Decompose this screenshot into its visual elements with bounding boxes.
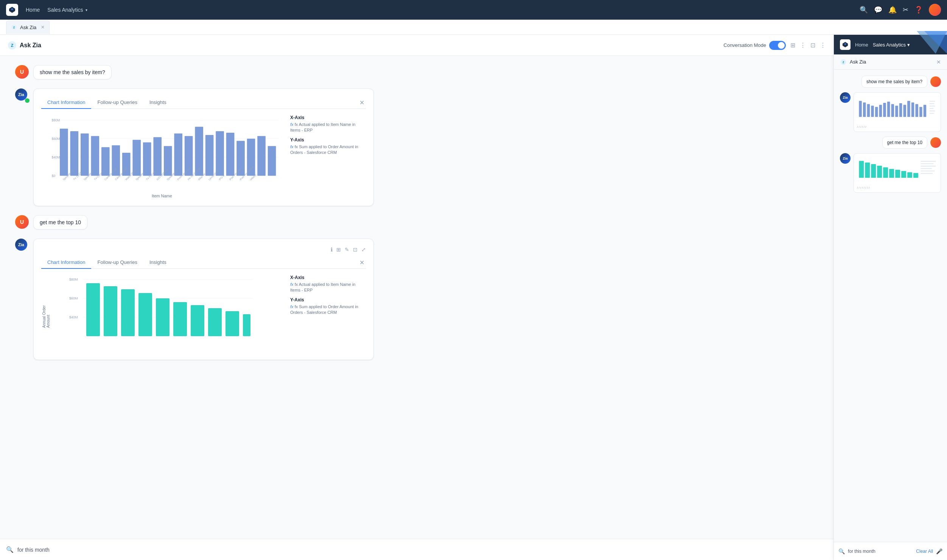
right-search-input[interactable] [848, 549, 913, 554]
ask-zia-heading: Ask Zia [20, 42, 41, 49]
app-logo[interactable] [6, 4, 18, 16]
right-zia-logo: Z [840, 59, 847, 65]
right-zia-avatar-1: Zia [840, 92, 851, 103]
tab-followup-2[interactable]: Follow-up Queries [91, 256, 143, 269]
grid-icon[interactable]: ⊞ [790, 42, 795, 49]
more-options-icon[interactable]: ⋮ [800, 42, 806, 49]
svg-rect-74 [871, 105, 874, 117]
svg-rect-106 [921, 166, 936, 166]
bar-chart-svg-1: $80M $60M $40M $0 [41, 115, 283, 191]
main-layout: Z Ask Zia Conversation Mode ⊞ ⋮ ⊡ ⋮ U [0, 35, 947, 560]
bell-icon[interactable]: 🔔 [888, 6, 897, 14]
svg-rect-93 [930, 113, 935, 114]
svg-text:Z: Z [11, 43, 14, 48]
toggle-switch[interactable] [769, 41, 786, 50]
svg-rect-79 [891, 104, 894, 117]
user-bubble-2: get me the top 10 [33, 215, 87, 230]
table-icon[interactable]: ⊞ [336, 247, 341, 253]
search-icon[interactable]: 🔍 [860, 6, 868, 14]
user-message-2: U get me the top 10 [15, 215, 818, 230]
online-indicator [25, 98, 30, 103]
bar-chart-svg-2: $80M $60M $40M [41, 275, 283, 351]
tab-close-icon[interactable]: ✕ [41, 25, 45, 30]
chart-card-1: Chart Information Follow-up Queries Insi… [33, 88, 374, 206]
edit-icon[interactable]: ✎ [345, 247, 349, 253]
tab-insights-1[interactable]: Insights [143, 96, 173, 109]
tab-followup-1[interactable]: Follow-up Queries [91, 96, 143, 109]
right-user-text-2: get me the top 10 [887, 140, 922, 145]
right-user-bubble-1: show me the sales by item? [861, 76, 927, 88]
user-avatar[interactable] [929, 4, 941, 16]
right-nav-logo[interactable] [840, 39, 851, 50]
chart-close-1[interactable]: ✕ [358, 98, 366, 108]
y-axis-desc-1: fx fx Sum applied to Order Amount in Ord… [290, 144, 366, 156]
svg-rect-59 [86, 283, 100, 336]
chart-tabs-1: Chart Information Follow-up Queries Insi… [41, 96, 366, 109]
conversation-mode-label: Conversation Mode [723, 42, 766, 48]
right-user-text-1: show me the sales by item? [866, 79, 922, 84]
right-ask-zia-label: Ask Zia [850, 59, 866, 65]
tab-chart-info-2[interactable]: Chart Information [41, 256, 91, 269]
bar-chart-2: $80M $60M $40M [41, 275, 283, 352]
conversation-mode-toggle[interactable]: Conversation Mode [723, 41, 786, 50]
svg-rect-98 [883, 168, 888, 178]
svg-rect-68 [243, 314, 250, 336]
nav-analytics[interactable]: Sales Analytics ▾ [47, 7, 87, 13]
chart-toolbar-2: ℹ ⊞ ✎ ⊡ ⤢ [41, 247, 366, 253]
svg-rect-21 [153, 137, 162, 176]
user-bubble-1: show me the sales by item? [33, 65, 112, 79]
right-nav-home[interactable]: Home [855, 42, 868, 48]
download-icon[interactable]: ⊡ [353, 247, 358, 253]
nav-home[interactable]: Home [26, 7, 40, 13]
svg-rect-104 [921, 161, 936, 162]
expand-icon[interactable]: ⤢ [361, 247, 366, 253]
chart-info-panel-2: X-Axis fx fx Actual applied to Item Name… [290, 275, 366, 352]
microphone-icon[interactable]: 🎤 [936, 548, 942, 554]
chart-content-1: $80M $60M $40M $0 [41, 115, 366, 198]
chat-icon[interactable]: 💬 [874, 6, 882, 14]
svg-rect-102 [907, 172, 912, 178]
svg-rect-78 [887, 102, 890, 117]
ask-zia-panel: Z Ask Zia Conversation Mode ⊞ ⋮ ⊡ ⋮ U [0, 35, 833, 560]
tab-insights-2[interactable]: Insights [143, 256, 173, 269]
zia-avatar-wrap-2: Zia [15, 239, 29, 252]
right-user-message-2: get me the top 10 [840, 137, 941, 149]
tab-chart-info-1[interactable]: Chart Information [41, 96, 91, 109]
right-chart-card-2: / / / / / / / / [854, 153, 941, 193]
chart-close-2[interactable]: ✕ [358, 258, 366, 268]
svg-rect-28 [226, 133, 235, 176]
y-axis-heading-2: Y-Axis [290, 297, 366, 302]
svg-rect-86 [919, 107, 922, 117]
right-nav-analytics[interactable]: Sales Analytics ▾ [873, 42, 910, 48]
chat-area: U show me the sales by item? Zia Chart I… [0, 56, 833, 539]
user-avatar-2: U [15, 215, 29, 229]
right-search-icon: 🔍 [838, 548, 845, 554]
svg-rect-76 [879, 105, 882, 117]
grid-view-icon[interactable]: ⊡ [810, 42, 815, 49]
right-ask-zia-close[interactable]: ✕ [936, 59, 941, 65]
options-icon[interactable]: ⋮ [820, 42, 826, 49]
svg-rect-64 [173, 302, 187, 336]
tab-ask-zia[interactable]: Z Ask Zia ✕ [6, 20, 50, 34]
clear-all-button[interactable]: Clear All [916, 549, 933, 554]
chart-info-panel-1: X-Axis fx fx Actual applied to Item Name… [290, 115, 366, 198]
svg-rect-88 [930, 101, 935, 102]
right-user-message-1: show me the sales by item? [840, 76, 941, 88]
right-nav-chevron: ▾ [907, 42, 910, 48]
info-icon[interactable]: ℹ [331, 247, 333, 253]
tools-icon[interactable]: ✂ [903, 6, 908, 14]
svg-rect-72 [863, 102, 866, 117]
chart-card-2: ℹ ⊞ ✎ ⊡ ⤢ Chart Information Follow-up Qu… [33, 239, 374, 360]
svg-rect-87 [924, 105, 926, 117]
user-avatar-img-2: U [15, 215, 29, 229]
svg-rect-89 [930, 103, 935, 104]
svg-rect-92 [930, 110, 935, 111]
svg-rect-84 [911, 102, 914, 117]
svg-rect-95 [865, 163, 870, 178]
svg-rect-31 [257, 136, 266, 176]
main-search-input[interactable] [17, 547, 827, 553]
svg-text:$40M: $40M [69, 315, 78, 319]
help-icon[interactable]: ❓ [914, 6, 923, 14]
tab-bar: Z Ask Zia ✕ [0, 20, 947, 35]
ask-zia-header-right: Conversation Mode ⊞ ⋮ ⊡ ⋮ [723, 41, 826, 50]
